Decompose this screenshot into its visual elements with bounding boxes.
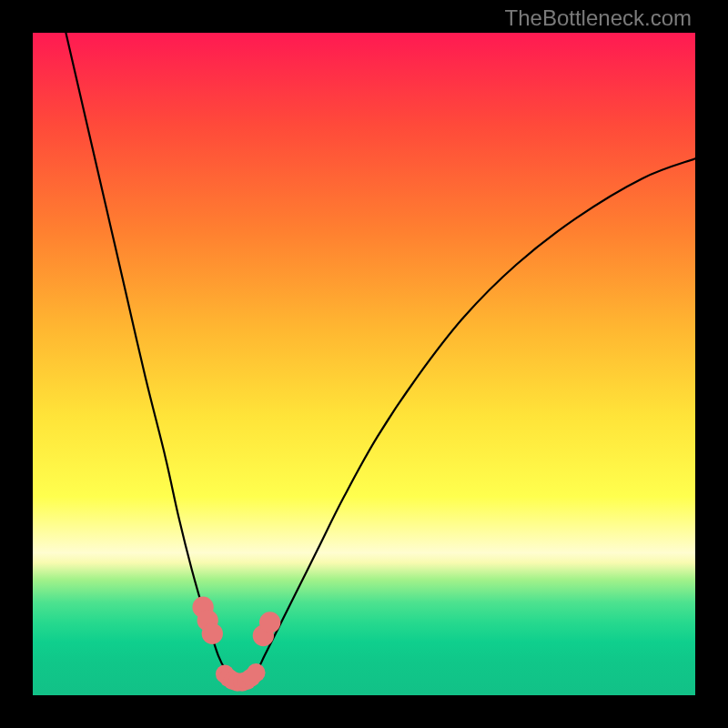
right-upper-dot-2 (259, 612, 280, 632)
curve-group (66, 33, 695, 682)
left-upper-dot-3 (202, 623, 223, 644)
chart-svg (33, 33, 695, 695)
bottom-dot-8 (247, 663, 265, 682)
plot-area (33, 33, 695, 695)
chart-frame: TheBottleneck.com (0, 0, 728, 728)
bottleneck-curve-path (66, 33, 695, 682)
marker-group (192, 597, 280, 692)
watermark-text: TheBottleneck.com (505, 5, 692, 31)
